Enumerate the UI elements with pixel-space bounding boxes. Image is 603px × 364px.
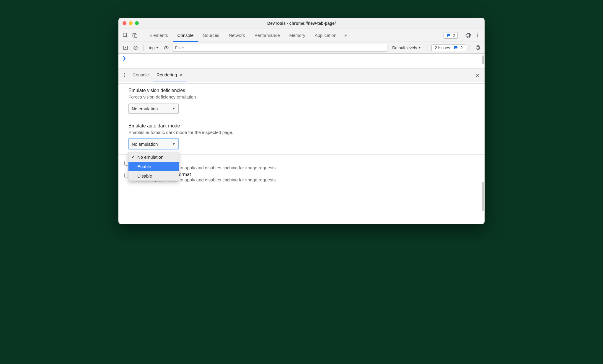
scrollbar[interactable]	[482, 55, 484, 64]
drawer-tab-label: Rendering	[157, 72, 177, 77]
live-expression-icon[interactable]	[162, 44, 170, 52]
tab-console[interactable]: Console	[173, 29, 198, 42]
separator	[461, 32, 461, 39]
svg-point-5	[477, 36, 478, 37]
main-tabs: Elements Console Sources Network Perform…	[118, 29, 485, 42]
chevron-down-icon: ▼	[172, 107, 175, 110]
tab-application[interactable]: Application	[311, 29, 340, 42]
separator	[428, 45, 428, 51]
menu-item-enable[interactable]: Enable	[128, 162, 179, 171]
close-tab-icon[interactable]: ✕	[179, 72, 183, 78]
inspect-element-icon[interactable]	[121, 31, 130, 40]
menu-item-label: Enable	[137, 164, 151, 169]
messages-badge[interactable]: 2	[444, 32, 458, 39]
tab-memory[interactable]: Memory	[285, 29, 309, 42]
separator	[470, 45, 470, 51]
section-auto-dark-mode: Emulate auto dark mode Enables automatic…	[118, 119, 485, 154]
separator	[143, 45, 144, 51]
select-value: No emulation	[132, 142, 158, 147]
menu-item-label: No emulation	[137, 155, 163, 160]
filter-input[interactable]	[172, 44, 387, 52]
rendering-panel: Emulate vision deficiencies Forces visio…	[118, 81, 485, 224]
chevron-down-icon: ▼	[172, 142, 175, 146]
menu-item-disable[interactable]: Disable	[128, 171, 179, 181]
issues-label: 2 Issues:	[435, 45, 451, 50]
svg-rect-2	[135, 34, 137, 37]
svg-line-8	[134, 47, 137, 49]
svg-point-10	[166, 47, 167, 48]
svg-point-12	[124, 74, 125, 75]
console-toolbar: top ▼ Default levels ▼ 2 Issues: 2	[118, 42, 485, 54]
tab-performance[interactable]: Performance	[250, 29, 284, 42]
svg-point-3	[477, 33, 478, 34]
devtools-window: DevTools - chrome://new-tab-page/ Elemen…	[118, 18, 485, 224]
vision-deficiency-select[interactable]: No emulation ▼	[128, 104, 179, 114]
svg-point-11	[124, 73, 125, 74]
console-body[interactable]: ❯	[118, 54, 485, 68]
context-selector[interactable]: top ▼	[147, 45, 160, 50]
close-drawer-icon[interactable]: ✕	[473, 71, 482, 80]
prompt-caret-icon: ❯	[123, 56, 126, 60]
device-toggle-icon[interactable]	[131, 31, 139, 40]
kebab-menu-icon[interactable]	[473, 31, 482, 40]
select-value: No emulation	[132, 106, 158, 111]
clear-console-icon[interactable]	[131, 44, 140, 52]
close-window-button[interactable]	[123, 21, 126, 25]
scrollbar[interactable]	[482, 182, 484, 211]
context-label: top	[149, 45, 154, 50]
zoom-window-button[interactable]	[135, 21, 139, 25]
menu-item-label: Disable	[137, 173, 152, 178]
tab-sources[interactable]: Sources	[199, 29, 224, 42]
minimize-window-button[interactable]	[129, 21, 133, 25]
svg-point-13	[124, 76, 125, 77]
section-title: Emulate auto dark mode	[128, 123, 485, 129]
drawer-tab-rendering[interactable]: Rendering ✕	[153, 68, 187, 81]
traffic-lights	[123, 21, 139, 25]
drawer-tab-console[interactable]: Console	[129, 68, 152, 81]
issues-count: 2	[460, 45, 463, 50]
toggle-sidebar-icon[interactable]	[121, 44, 130, 52]
menu-item-no-emulation[interactable]: ✓ No emulation	[128, 152, 179, 162]
levels-label: Default levels	[392, 45, 417, 50]
section-desc: Enables automatic dark mode for the insp…	[128, 130, 485, 135]
dark-mode-select[interactable]: No emulation ▼	[128, 139, 179, 149]
tab-network[interactable]: Network	[225, 29, 249, 42]
svg-point-4	[477, 35, 478, 36]
titlebar: DevTools - chrome://new-tab-page/	[118, 18, 485, 29]
console-settings-icon[interactable]	[473, 44, 482, 52]
chevron-down-icon: ▼	[156, 46, 159, 49]
drawer-menu-icon[interactable]	[120, 71, 128, 79]
window-title: DevTools - chrome://new-tab-page/	[118, 21, 485, 26]
issues-badge[interactable]: 2 Issues: 2	[431, 44, 466, 51]
check-icon: ✓	[131, 154, 136, 160]
section-vision-deficiencies: Emulate vision deficiencies Forces visio…	[118, 83, 485, 119]
message-icon	[454, 45, 458, 50]
drawer-tabs: Console Rendering ✕ ✕	[118, 68, 485, 81]
separator	[142, 32, 142, 39]
dark-mode-select-menu: ✓ No emulation Enable Disable	[128, 152, 179, 181]
tab-elements[interactable]: Elements	[145, 29, 172, 42]
message-icon	[446, 33, 451, 38]
more-tabs-icon[interactable]: »	[342, 31, 350, 40]
section-desc: Forces vision deficiency emulation	[128, 94, 485, 99]
settings-icon[interactable]	[464, 31, 472, 40]
log-levels-selector[interactable]: Default levels ▼	[389, 45, 424, 50]
chevron-down-icon: ▼	[418, 46, 421, 49]
section-title: Emulate vision deficiencies	[128, 88, 485, 93]
messages-count: 2	[453, 33, 455, 38]
